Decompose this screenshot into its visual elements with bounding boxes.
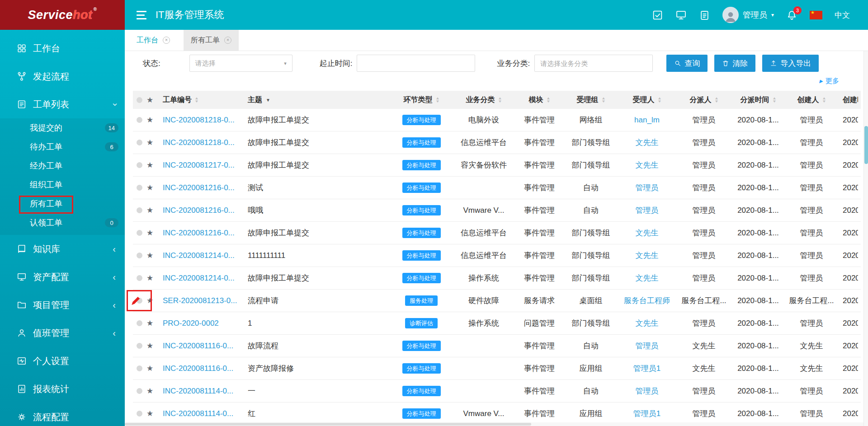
- table-row[interactable]: ★INC-2020081214-0...故障申报工单提交分析与处理操作系统事件管…: [133, 267, 861, 290]
- language-selector[interactable]: 中文: [835, 10, 850, 20]
- workorder-number-link[interactable]: INC-2020081114-0...: [163, 409, 233, 418]
- handler-link[interactable]: 文先生: [636, 137, 659, 148]
- workorder-number-link[interactable]: INC-2020081216-0...: [163, 206, 235, 215]
- row-radio[interactable]: [137, 140, 142, 145]
- handler-link[interactable]: 管理员: [636, 205, 659, 215]
- handler-link[interactable]: 文先生: [636, 318, 659, 328]
- workorder-number-link[interactable]: PRO-2020-0002: [163, 319, 219, 328]
- row-radio[interactable]: [137, 207, 142, 213]
- sort-icon[interactable]: ▲▼: [498, 97, 502, 103]
- table-row[interactable]: ★INC-2020081217-0...故障申报工单提交分析与处理容灾备份软件事…: [133, 154, 861, 177]
- table-row[interactable]: ★INC-2020081216-0...故障申报工单提交分析与处理信息运维平台事…: [133, 222, 861, 244]
- column-header-id[interactable]: 工单编号▲▼: [161, 95, 246, 105]
- workorder-number-link[interactable]: INC-2020081116-0...: [163, 364, 233, 373]
- sort-icon[interactable]: ▲▼: [822, 97, 826, 103]
- sidebar-subitem[interactable]: 所有工单: [0, 194, 125, 213]
- import-export-button[interactable]: 导入导出: [762, 55, 819, 72]
- column-header-creator[interactable]: 创建人▲▼: [785, 95, 838, 105]
- sidebar-item-0[interactable]: 工作台: [0, 34, 125, 62]
- row-radio[interactable]: [137, 365, 142, 371]
- sidebar-subitem[interactable]: 经办工单: [0, 156, 125, 175]
- sidebar-item-6[interactable]: 值班管理‹: [0, 319, 125, 347]
- table-row[interactable]: ★INC-2020081114-0...红分析与处理Vmware V...事件管…: [133, 403, 861, 425]
- vertical-scrollbar[interactable]: [863, 51, 868, 426]
- table-row[interactable]: ★INC-2020081114-0...一分析与处理事件管理自动管理员管理员20…: [133, 380, 861, 403]
- row-radio[interactable]: [137, 320, 142, 326]
- row-radio[interactable]: [137, 343, 142, 349]
- table-row[interactable]: ★SER-2020081213-0...流程申请服务处理硬件故障服务请求桌面组服…: [133, 290, 861, 312]
- column-header-create_time[interactable]: 创建时间▲▼: [838, 95, 858, 105]
- column-header-dispatcher[interactable]: 分派人▲▼: [676, 95, 731, 105]
- row-radio[interactable]: [137, 230, 142, 236]
- table-row[interactable]: ★INC-2020081116-0...资产故障报修分析与处理事件管理应用组管理…: [133, 357, 861, 380]
- handler-link[interactable]: 管理员1: [633, 363, 660, 374]
- column-header-category[interactable]: 业务分类▲▼: [453, 95, 514, 105]
- row-radio[interactable]: [137, 388, 142, 394]
- star-icon[interactable]: ★: [146, 365, 153, 372]
- tasks-icon[interactable]: [652, 9, 663, 21]
- more-link[interactable]: ▶ 更多: [819, 77, 839, 85]
- star-icon[interactable]: ★: [146, 252, 153, 259]
- time-range-input[interactable]: [357, 55, 475, 72]
- handler-link[interactable]: 服务台工程师: [624, 295, 670, 306]
- clipboard-icon[interactable]: [699, 9, 710, 21]
- handler-link[interactable]: 文先生: [636, 250, 659, 261]
- workorder-number-link[interactable]: SER-2020081213-0...: [163, 296, 237, 305]
- star-icon[interactable]: ★: [146, 206, 153, 214]
- sort-icon[interactable]: ▲▼: [547, 97, 550, 103]
- column-header-dispatch_time[interactable]: 分派时间▲▼: [731, 95, 785, 105]
- star-icon[interactable]: ★: [146, 229, 153, 237]
- scrollbar-thumb[interactable]: [125, 423, 531, 426]
- workorder-number-link[interactable]: INC-2020081216-0...: [163, 229, 235, 238]
- star-icon[interactable]: ★: [146, 387, 153, 395]
- handler-link[interactable]: 管理员: [636, 386, 659, 396]
- handler-link[interactable]: 管理员1: [633, 408, 660, 419]
- sidebar-subitem[interactable]: 我提交的14: [0, 118, 125, 137]
- star-icon[interactable]: ★: [146, 410, 153, 417]
- sort-icon[interactable]: ▲▼: [602, 97, 605, 103]
- column-header-module[interactable]: 模块▲▼: [514, 95, 564, 105]
- star-icon[interactable]: ★: [146, 319, 153, 327]
- sidebar-item-9[interactable]: 流程配置: [0, 403, 125, 426]
- row-radio[interactable]: [137, 298, 142, 304]
- workorder-number-link[interactable]: INC-2020081214-0...: [163, 251, 235, 260]
- table-row[interactable]: ★INC-2020081218-0...故障申报工单提交分析与处理信息运维平台事…: [133, 131, 861, 154]
- table-row[interactable]: ★PRO-2020-00021诊断评估操作系统问题管理部门领导组文先生管理员20…: [133, 312, 861, 335]
- filter-caret-icon[interactable]: ▼: [266, 98, 270, 103]
- workorder-number-link[interactable]: INC-2020081216-0...: [163, 183, 235, 192]
- column-header-group[interactable]: 受理组▲▼: [564, 95, 618, 105]
- workorder-number-link[interactable]: INC-2020081116-0...: [163, 342, 233, 351]
- status-select[interactable]: 请选择 ▾: [189, 55, 292, 72]
- star-icon[interactable]: ★: [146, 116, 153, 124]
- sort-icon[interactable]: ▲▼: [658, 97, 661, 103]
- star-icon[interactable]: ★: [146, 139, 153, 146]
- search-button[interactable]: 查询: [666, 55, 708, 72]
- handler-link[interactable]: 文先生: [636, 160, 659, 170]
- sort-icon[interactable]: ▲▼: [195, 97, 198, 103]
- handler-link[interactable]: 管理员: [636, 341, 659, 351]
- user-menu[interactable]: 管理员 ▾: [722, 7, 774, 23]
- china-flag-icon[interactable]: ★: [810, 11, 822, 19]
- row-radio[interactable]: [137, 275, 142, 281]
- column-header-subject[interactable]: 主题▼: [246, 95, 390, 105]
- workorder-number-link[interactable]: INC-2020081218-0...: [163, 138, 235, 147]
- tab-workbench[interactable]: 工作台 ×: [129, 30, 177, 51]
- sidebar-item-5[interactable]: 项目管理‹: [0, 291, 125, 319]
- workorder-number-link[interactable]: INC-2020081214-0...: [163, 274, 235, 283]
- sidebar-subitem[interactable]: 组织工单: [0, 175, 125, 194]
- category-input[interactable]: [534, 55, 653, 72]
- row-radio[interactable]: [137, 162, 142, 168]
- handler-link[interactable]: 管理员: [636, 183, 659, 193]
- column-header-handler[interactable]: 受理人▲▼: [618, 95, 676, 105]
- sidebar-subitem[interactable]: 认领工单0: [0, 213, 125, 232]
- table-row[interactable]: ★INC-2020081218-0...故障申报工单提交分析与处理电脑外设事件管…: [133, 109, 861, 131]
- sort-icon[interactable]: ▲▼: [773, 97, 776, 103]
- notifications-button[interactable]: 3: [786, 9, 797, 21]
- table-row[interactable]: ★INC-2020081116-0...故障流程分析与处理事件管理自动管理员文先…: [133, 335, 861, 357]
- sort-icon[interactable]: ▲▼: [715, 97, 718, 103]
- column-header-stage[interactable]: 环节类型▲▼: [390, 95, 453, 105]
- sidebar-item-8[interactable]: 报表统计: [0, 375, 125, 403]
- sidebar-item-1[interactable]: 发起流程: [0, 62, 125, 90]
- sidebar-item-7[interactable]: 个人设置: [0, 347, 125, 375]
- select-all-radio[interactable]: [137, 97, 142, 103]
